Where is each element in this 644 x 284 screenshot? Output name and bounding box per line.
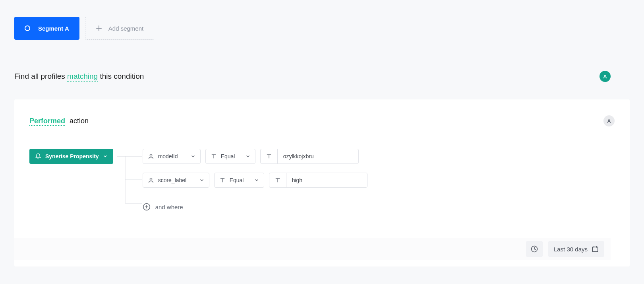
attribute-selector[interactable]: modelId xyxy=(143,149,201,164)
text-type-icon xyxy=(269,173,286,187)
condition-value-input[interactable] xyxy=(278,149,358,163)
performed-toggle[interactable]: Performed xyxy=(29,117,65,126)
condition-heading: Find all profiles matching this conditio… xyxy=(14,72,144,81)
card-header: Performed action A xyxy=(29,115,615,126)
history-button[interactable] xyxy=(526,241,543,257)
value-input-wrapper xyxy=(260,149,359,164)
plus-circle-icon xyxy=(143,203,151,211)
bell-icon xyxy=(35,153,41,160)
card-segment-badge: A xyxy=(603,115,615,126)
chevron-down-icon xyxy=(199,178,204,183)
value-input-wrapper xyxy=(269,173,367,188)
segment-tabs: Segment A Add segment xyxy=(14,17,630,40)
operator-selector[interactable]: Equal xyxy=(205,149,255,164)
svg-rect-18 xyxy=(592,247,598,252)
event-label: Synerise Propensity xyxy=(45,153,99,160)
event-selector[interactable]: Synerise Propensity xyxy=(29,149,113,164)
heading-prefix: Find all profiles xyxy=(14,72,67,80)
plus-icon xyxy=(96,25,102,31)
chevron-down-icon xyxy=(246,154,250,159)
condition-row: modelId Equal xyxy=(143,149,367,164)
circle-icon xyxy=(25,25,30,31)
and-where-label: and where xyxy=(155,204,183,210)
date-range-label: Last 30 days xyxy=(554,246,588,253)
operator-selector[interactable]: Equal xyxy=(214,173,264,188)
person-icon xyxy=(148,153,154,160)
svg-point-7 xyxy=(150,178,152,180)
text-type-icon xyxy=(219,177,226,183)
person-icon xyxy=(148,177,154,183)
operator-label: Equal xyxy=(221,153,235,160)
calendar-icon xyxy=(592,245,599,253)
segment-badge: A xyxy=(600,71,611,82)
attribute-label: score_label xyxy=(158,177,187,183)
heading-suffix: this condition xyxy=(98,72,144,80)
card-footer: Last 30 days xyxy=(14,238,611,260)
add-where-button[interactable]: and where xyxy=(143,203,367,211)
segment-badge-label: A xyxy=(603,74,607,80)
add-segment-label: Add segment xyxy=(108,25,143,32)
chevron-down-icon xyxy=(191,154,195,159)
attribute-selector[interactable]: score_label xyxy=(143,173,209,188)
svg-point-2 xyxy=(150,154,152,156)
text-type-icon xyxy=(261,149,278,163)
condition-builder: Synerise Propensity modelId xyxy=(29,149,615,214)
matching-toggle[interactable]: matching xyxy=(67,72,98,82)
card-segment-badge-label: A xyxy=(607,118,611,124)
operator-label: Equal xyxy=(230,177,244,183)
condition-value-input[interactable] xyxy=(286,173,367,187)
action-label: action xyxy=(70,117,89,125)
attribute-label: modelId xyxy=(158,153,178,160)
condition-row: score_label Equal xyxy=(143,173,367,188)
chevron-down-icon xyxy=(103,154,108,159)
conditions-column: modelId Equal xyxy=(143,149,367,211)
date-range-button[interactable]: Last 30 days xyxy=(548,241,604,257)
text-type-icon xyxy=(211,153,217,160)
heading-row: Find all profiles matching this conditio… xyxy=(14,71,630,82)
performed-action-heading: Performed action xyxy=(29,117,89,125)
chevron-down-icon xyxy=(254,178,259,183)
add-segment-button[interactable]: Add segment xyxy=(85,17,154,40)
segment-tab-label: Segment A xyxy=(38,25,69,32)
segment-tab-active[interactable]: Segment A xyxy=(14,17,79,40)
connector-lines xyxy=(113,149,143,214)
clock-icon xyxy=(531,245,538,253)
